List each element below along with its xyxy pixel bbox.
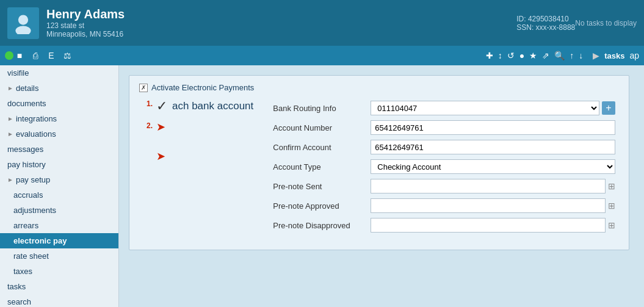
table-row: Account Type Checking Account: [269, 157, 619, 176]
sidebar-label-tasks: tasks: [7, 282, 26, 291]
sidebar-label-search: search: [7, 297, 31, 306]
chevron-right-icon-3: ►: [7, 131, 13, 137]
field-label-prenote-approved: Pre-note Approved: [269, 196, 367, 215]
toolbar: ■ ⎙ E ⚖ ✚ ↕ ↺ ● ★ ⇗ 🔍 ↑ ↓ ▶ tasks ap: [0, 46, 644, 65]
calendar-icon-disapproved[interactable]: ⊞: [608, 220, 615, 230]
status-dot[interactable]: [5, 51, 13, 60]
activate-label: Activate Electronic Payments: [151, 83, 254, 92]
sidebar-item-electronic-pay[interactable]: electronic pay: [0, 233, 118, 248]
account-number-input[interactable]: [371, 120, 615, 135]
save-icon[interactable]: ■: [13, 49, 26, 62]
sidebar-label-rate-sheet: rate sheet: [13, 251, 49, 261]
sidebar-label-pay-setup: pay setup: [16, 175, 50, 184]
flag-icon[interactable]: ⚖: [61, 49, 73, 62]
sidebar-item-documents[interactable]: documents: [0, 96, 118, 111]
ssn-label: SSN:: [516, 23, 534, 32]
refresh-icon[interactable]: ↺: [507, 51, 515, 60]
user-avatar-icon: [12, 12, 34, 34]
field-label-routing: Bank Routing Info: [269, 98, 367, 118]
field-label-account-number: Account Number: [269, 118, 367, 137]
field-value-confirm-account: [367, 137, 619, 157]
calendar-icon-sent[interactable]: ⊞: [608, 181, 615, 191]
patient-ssn: SSN: xxx-xx-8888: [516, 23, 575, 32]
sidebar-item-pay-history[interactable]: pay history: [0, 157, 118, 172]
step2-label: 2.: [147, 121, 153, 130]
header: Henry Adams 123 state st Minneapolis, MN…: [0, 0, 644, 46]
sidebar-label-integrations: integrations: [16, 114, 57, 123]
sidebar-item-tasks[interactable]: tasks: [0, 279, 118, 294]
field-label-confirm-account: Confirm Account: [269, 137, 367, 157]
search-toolbar-icon[interactable]: 🔍: [554, 51, 565, 60]
field-label-account-type: Account Type: [269, 157, 367, 176]
sidebar-label-visifile: visifile: [7, 68, 29, 78]
id-label: ID:: [516, 15, 526, 23]
routing-add-button[interactable]: +: [602, 101, 615, 115]
add-icon[interactable]: ✚: [486, 51, 493, 60]
print-icon[interactable]: ⎙: [29, 49, 42, 62]
patient-name: Henry Adams: [46, 7, 492, 21]
patient-city-state: Minneapolis, MN 55416: [46, 30, 492, 38]
section-title: ach bank account: [172, 100, 253, 112]
export-icon[interactable]: ⇗: [542, 51, 549, 60]
routing-select[interactable]: 011104047: [371, 101, 599, 115]
field-value-prenote-approved: ⊞: [367, 196, 619, 215]
sidebar-item-rate-sheet[interactable]: rate sheet: [0, 248, 118, 264]
sidebar-item-adjustments[interactable]: adjustments: [0, 203, 118, 218]
sidebar-item-integrations[interactable]: ► integrations: [0, 111, 118, 126]
sidebar-item-details[interactable]: ► details: [0, 81, 118, 96]
sidebar: visifile ► details documents ► integrati…: [0, 65, 119, 307]
ap-label: ap: [629, 51, 639, 60]
main-content: ✗ Activate Electronic Payments 1. 2. ✓ a…: [119, 65, 644, 307]
chevron-right-icon: ►: [7, 85, 13, 92]
svg-point-1: [15, 26, 31, 34]
sidebar-item-messages[interactable]: messages: [0, 142, 118, 157]
activate-checkbox[interactable]: ✗: [139, 84, 148, 92]
sidebar-label-adjustments: adjustments: [13, 206, 56, 215]
chevron-right-icon-4: ►: [7, 176, 13, 183]
table-row: Pre-note Sent ⊞: [269, 176, 619, 196]
layout: visifile ► details documents ► integrati…: [0, 65, 644, 307]
patient-address: 123 state st: [46, 21, 492, 30]
sidebar-item-accruals[interactable]: accruals: [0, 187, 118, 203]
confirm-account-input[interactable]: [371, 140, 615, 154]
form-table: Bank Routing Info 011104047 +: [269, 98, 619, 235]
table-row: Pre-note Approved ⊞: [269, 196, 619, 215]
header-info: Henry Adams 123 state st Minneapolis, MN…: [46, 7, 492, 38]
down-icon[interactable]: ↓: [579, 51, 583, 60]
calendar-icon-approved[interactable]: ⊞: [608, 201, 615, 211]
tasks-label: tasks: [604, 51, 624, 60]
routing-select-wrap: 011104047 +: [371, 101, 615, 115]
prenote-sent-input[interactable]: [371, 179, 606, 193]
star-icon[interactable]: ★: [529, 51, 537, 60]
form-card: ✗ Activate Electronic Payments 1. 2. ✓ a…: [129, 75, 629, 250]
sidebar-item-evaluations[interactable]: ► evaluations: [0, 126, 118, 142]
up-icon[interactable]: ↑: [570, 51, 574, 60]
prenote-approved-input[interactable]: [371, 198, 606, 213]
account-type-select[interactable]: Checking Account: [371, 159, 615, 174]
sidebar-label-electronic-pay: electronic pay: [13, 236, 67, 245]
sidebar-label-accruals: accruals: [13, 190, 43, 200]
home-icon[interactable]: ●: [519, 51, 524, 60]
field-value-account-type: Checking Account: [367, 157, 619, 176]
prenote-disapproved-input[interactable]: [371, 218, 606, 233]
back-icon[interactable]: ↕: [498, 51, 502, 60]
sidebar-item-visifile[interactable]: visifile: [0, 65, 118, 81]
sidebar-item-arrears[interactable]: arrears: [0, 218, 118, 233]
svg-point-0: [18, 15, 28, 24]
sidebar-label-evaluations: evaluations: [16, 129, 56, 139]
field-value-account-number: [367, 118, 619, 137]
sidebar-item-pay-setup[interactable]: ► pay setup: [0, 172, 118, 187]
toolbar-icons: ■ ⎙ E ⚖: [13, 49, 73, 62]
sidebar-label-arrears: arrears: [13, 221, 38, 230]
sidebar-item-taxes[interactable]: taxes: [0, 264, 118, 279]
header-ids: ID: 4295038410 SSN: xxx-xx-8888: [516, 15, 575, 32]
edit-icon[interactable]: E: [45, 49, 57, 62]
activate-row: ✗ Activate Electronic Payments: [139, 83, 619, 92]
sidebar-label-documents: documents: [7, 99, 46, 108]
step1-label: 1.: [147, 99, 153, 108]
field-label-prenote-sent: Pre-note Sent: [269, 176, 367, 196]
tasks-button[interactable]: tasks: [604, 51, 624, 60]
sidebar-label-taxes: taxes: [13, 267, 32, 276]
sidebar-item-search[interactable]: search: [0, 294, 118, 307]
chevron-right-icon-2: ►: [7, 115, 13, 122]
